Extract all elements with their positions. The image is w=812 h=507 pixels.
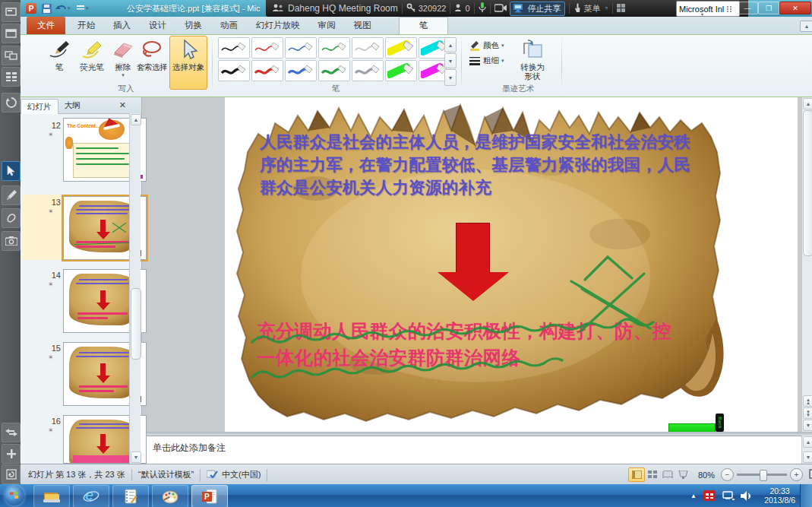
- minimize-button[interactable]: —: [737, 2, 758, 14]
- gallery-down-icon[interactable]: ▼: [444, 53, 457, 68]
- pen-style-swatch[interactable]: [385, 37, 417, 59]
- gallery-up-icon[interactable]: ▲: [444, 37, 457, 52]
- tab-outline[interactable]: 大纲: [58, 98, 87, 112]
- stop-sharing-button[interactable]: 停止共享: [510, 2, 565, 16]
- ribbon-tab-审阅[interactable]: 审阅: [309, 17, 345, 34]
- pointer-tool-icon[interactable]: [2, 161, 21, 181]
- ribbon-tab-动画[interactable]: 动画: [211, 17, 247, 34]
- spellcheck-icon[interactable]: [207, 469, 218, 480]
- next-slide-icon: ▼▼: [803, 407, 812, 419]
- pen-style-swatch[interactable]: [352, 60, 384, 81]
- volume-icon[interactable]: [741, 491, 751, 501]
- taskbar-clock[interactable]: 20:33 2013/8/6: [764, 486, 795, 505]
- eraser-tool-button[interactable]: 擦除 ▾: [110, 36, 136, 89]
- pen-style-swatch[interactable]: [385, 60, 417, 81]
- gallery-more-icon[interactable]: ▼: [444, 69, 457, 86]
- eraser-tool-icon[interactable]: [2, 208, 21, 228]
- highlighter-tool-button[interactable]: 荧光笔: [75, 36, 109, 89]
- reading-view-button[interactable]: [660, 468, 675, 481]
- ribbon-tab-开始[interactable]: 开始: [68, 17, 104, 34]
- pen-style-swatch[interactable]: [218, 37, 250, 59]
- taskbar-powerpoint-button[interactable]: P: [191, 485, 228, 507]
- layout-grid-icon[interactable]: [617, 4, 625, 14]
- pen-style-swatch[interactable]: [318, 37, 350, 59]
- hand-icon[interactable]: [573, 3, 581, 14]
- ribbon-tab-设计[interactable]: 设计: [140, 17, 175, 34]
- taskbar-paint-button[interactable]: [152, 485, 188, 507]
- network-icon[interactable]: [722, 491, 735, 501]
- tray-expand-icon[interactable]: ▲: [690, 493, 697, 499]
- menu-label[interactable]: 菜单: [584, 3, 601, 14]
- pen-style-swatch[interactable]: [352, 37, 384, 59]
- ribbon-tab-插入[interactable]: 插入: [104, 17, 140, 34]
- convert-to-shape-button[interactable]: 转换为形状: [513, 36, 552, 89]
- close-panel-icon[interactable]: ✕: [119, 100, 126, 110]
- app-icon[interactable]: P: [26, 2, 36, 14]
- webcam-icon[interactable]: [494, 4, 507, 14]
- swap-arrows-icon[interactable]: [2, 423, 21, 442]
- slide-canvas[interactable]: 人民群众是社会的主体人员，是维护国家安全和社会治安秩序的主力军，在警力配置较低、…: [225, 97, 798, 432]
- pen-style-swatch[interactable]: [218, 60, 250, 81]
- ribbon-tab-幻灯片放映[interactable]: 幻灯片放映: [247, 17, 309, 34]
- zoom-slider[interactable]: [737, 474, 787, 476]
- dual-monitor-icon[interactable]: [2, 46, 21, 65]
- share-window-icon[interactable]: [2, 24, 21, 43]
- lasso-select-button[interactable]: 套索选择: [136, 36, 168, 89]
- select-objects-button[interactable]: 选择对象: [169, 36, 207, 90]
- taskbar-journal-button[interactable]: [112, 485, 149, 507]
- sync-icon[interactable]: [2, 93, 21, 112]
- normal-view-button[interactable]: [628, 467, 645, 482]
- minimize-ribbon-icon[interactable]: ▲: [800, 21, 812, 32]
- action-button[interactable]: [668, 423, 716, 432]
- pen-style-swatch[interactable]: [251, 37, 283, 59]
- pen-style-swatch[interactable]: [251, 60, 283, 81]
- ink-thickness-button[interactable]: 粗细▾: [469, 55, 504, 66]
- add-icon[interactable]: [2, 444, 21, 464]
- slide-number: 12: [46, 121, 61, 130]
- slide-sorter-view-button[interactable]: [645, 468, 660, 481]
- ribbon-tab-笔[interactable]: 笔: [399, 17, 449, 34]
- participants-icon: [272, 4, 284, 14]
- share-document-icon[interactable]: [2, 464, 21, 484]
- pencil-tool-icon[interactable]: [2, 185, 21, 205]
- notes-pane[interactable]: 单击此处添加备注: [142, 436, 801, 464]
- back-button[interactable]: Back: [716, 414, 724, 432]
- slideshow-view-button[interactable]: [675, 468, 690, 481]
- zoom-level[interactable]: 80%: [698, 471, 715, 480]
- slide-scrollbar[interactable]: ▲ ▲▲ ▼▼ ▼: [801, 97, 812, 432]
- snapshot-camera-icon[interactable]: [2, 231, 21, 251]
- pen-style-swatch[interactable]: [318, 60, 350, 81]
- start-button[interactable]: [5, 486, 24, 505]
- ribbon-tab-视图[interactable]: 视图: [345, 17, 381, 34]
- zoom-out-button[interactable]: −: [721, 468, 734, 481]
- zoom-in-button[interactable]: +: [790, 468, 803, 481]
- save-icon[interactable]: [42, 2, 52, 14]
- animation-star-icon: ✶: [48, 131, 54, 138]
- meeting-app-tray-icon[interactable]: [703, 490, 716, 501]
- pen-tool-button[interactable]: 笔: [46, 36, 72, 89]
- notes-placeholder[interactable]: 单击此处添加备注: [153, 442, 226, 455]
- app-grid-icon[interactable]: [2, 67, 21, 87]
- floating-window-label[interactable]: Microsoft Inl ▾: [676, 1, 740, 17]
- share-screen-icon[interactable]: [2, 2, 21, 22]
- taskbar-ie-button[interactable]: e: [73, 485, 109, 507]
- ink-color-button[interactable]: 颜色▾: [469, 40, 504, 51]
- show-desktop-button[interactable]: [800, 484, 812, 507]
- fit-to-window-button[interactable]: [809, 469, 812, 480]
- ribbon-tab-文件[interactable]: 文件: [27, 17, 65, 34]
- panel-scrollbar[interactable]: ▲ ▼: [129, 113, 141, 464]
- status-language[interactable]: 中文(中国): [222, 469, 261, 480]
- microphone-icon[interactable]: [479, 2, 486, 14]
- pen-style-swatch[interactable]: [285, 37, 317, 59]
- ribbon-tab-切换[interactable]: 切换: [175, 17, 211, 34]
- maximize-button[interactable]: ❒: [758, 2, 779, 14]
- green-ink-annotations[interactable]: [225, 97, 798, 432]
- qat-customize-icon[interactable]: ▾: [77, 2, 89, 14]
- notes-scrollbar[interactable]: ▲ ▼: [801, 436, 812, 464]
- taskbar-explorer-button[interactable]: [33, 485, 70, 507]
- close-button[interactable]: ✕: [779, 2, 811, 14]
- slide-panel-header: 幻灯片 大纲 ✕: [21, 97, 141, 114]
- undo-icon[interactable]: ▾: [55, 2, 71, 14]
- pen-style-swatch[interactable]: [285, 60, 317, 81]
- tab-slides[interactable]: 幻灯片: [21, 99, 58, 114]
